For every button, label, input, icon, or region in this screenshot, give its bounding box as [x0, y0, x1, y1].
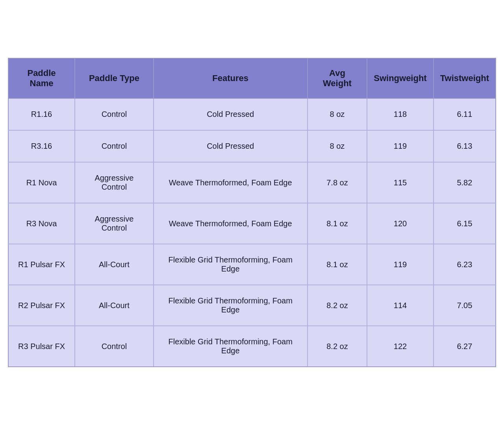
- cell-features: Cold Pressed: [154, 130, 308, 162]
- cell-avg-weight: 8.1 oz: [308, 244, 367, 285]
- cell-features: Weave Thermoformed, Foam Edge: [154, 162, 308, 203]
- cell-avg-weight: 8 oz: [308, 98, 367, 130]
- cell-paddle-type: Control: [75, 130, 154, 162]
- cell-twistweight: 6.27: [434, 326, 496, 367]
- cell-swingweight: 122: [367, 326, 433, 367]
- table-row: R3.16ControlCold Pressed8 oz1196.13: [8, 130, 496, 162]
- cell-avg-weight: 8 oz: [308, 130, 367, 162]
- col-header-features: Features: [154, 58, 308, 98]
- cell-avg-weight: 8.1 oz: [308, 203, 367, 244]
- cell-features: Weave Thermoformed, Foam Edge: [154, 203, 308, 244]
- paddle-comparison-table: Paddle Name Paddle Type Features Avg Wei…: [8, 58, 496, 367]
- cell-features: Flexible Grid Thermoforming, Foam Edge: [154, 285, 308, 326]
- cell-swingweight: 119: [367, 244, 433, 285]
- cell-features: Flexible Grid Thermoforming, Foam Edge: [154, 244, 308, 285]
- table-row: R3 Pulsar FXControlFlexible Grid Thermof…: [8, 326, 496, 367]
- cell-paddle-name: R3.16: [8, 130, 75, 162]
- cell-paddle-type: Aggressive Control: [75, 162, 154, 203]
- cell-swingweight: 114: [367, 285, 433, 326]
- cell-twistweight: 6.13: [434, 130, 496, 162]
- table-row: R3 NovaAggressive ControlWeave Thermofor…: [8, 203, 496, 244]
- table-header-row: Paddle Name Paddle Type Features Avg Wei…: [8, 58, 496, 98]
- cell-avg-weight: 8.2 oz: [308, 326, 367, 367]
- cell-twistweight: 7.05: [434, 285, 496, 326]
- cell-paddle-name: R2 Pulsar FX: [8, 285, 75, 326]
- cell-paddle-name: R3 Nova: [8, 203, 75, 244]
- cell-swingweight: 119: [367, 130, 433, 162]
- cell-avg-weight: 8.2 oz: [308, 285, 367, 326]
- cell-features: Flexible Grid Thermoforming, Foam Edge: [154, 326, 308, 367]
- cell-features: Cold Pressed: [154, 98, 308, 130]
- col-header-avg-weight: Avg Weight: [308, 58, 367, 98]
- col-header-paddle-name: Paddle Name: [8, 58, 75, 98]
- cell-swingweight: 120: [367, 203, 433, 244]
- cell-paddle-type: Aggressive Control: [75, 203, 154, 244]
- cell-twistweight: 6.15: [434, 203, 496, 244]
- cell-paddle-type: Control: [75, 326, 154, 367]
- cell-twistweight: 5.82: [434, 162, 496, 203]
- cell-avg-weight: 7.8 oz: [308, 162, 367, 203]
- table-row: R1 NovaAggressive ControlWeave Thermofor…: [8, 162, 496, 203]
- col-header-swingweight: Swingweight: [367, 58, 433, 98]
- table-row: R1.16ControlCold Pressed8 oz1186.11: [8, 98, 496, 130]
- cell-swingweight: 115: [367, 162, 433, 203]
- col-header-twistweight: Twistweight: [434, 58, 496, 98]
- cell-paddle-type: All-Court: [75, 244, 154, 285]
- table-row: R2 Pulsar FXAll-CourtFlexible Grid Therm…: [8, 285, 496, 326]
- cell-paddle-name: R1 Nova: [8, 162, 75, 203]
- table-row: R1 Pulsar FXAll-CourtFlexible Grid Therm…: [8, 244, 496, 285]
- col-header-paddle-type: Paddle Type: [75, 58, 154, 98]
- cell-paddle-name: R3 Pulsar FX: [8, 326, 75, 367]
- cell-paddle-type: Control: [75, 98, 154, 130]
- cell-paddle-type: All-Court: [75, 285, 154, 326]
- cell-twistweight: 6.11: [434, 98, 496, 130]
- cell-paddle-name: R1.16: [8, 98, 75, 130]
- cell-swingweight: 118: [367, 98, 433, 130]
- cell-paddle-name: R1 Pulsar FX: [8, 244, 75, 285]
- cell-twistweight: 6.23: [434, 244, 496, 285]
